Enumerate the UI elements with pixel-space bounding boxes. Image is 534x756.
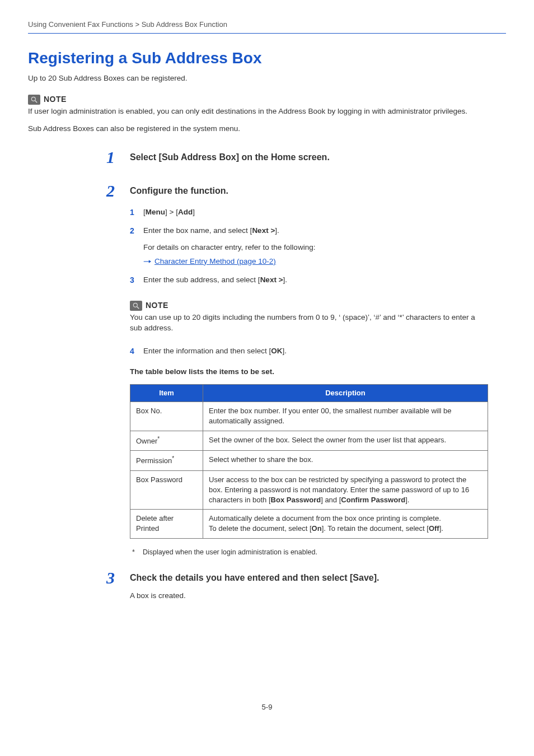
footnote-text: Displayed when the user login administra… bbox=[143, 548, 317, 558]
substep-2-num: 2 bbox=[130, 226, 138, 237]
breadcrumb: Using Convenient Fax Functions > Sub Add… bbox=[28, 20, 506, 32]
step-1-number: 1 bbox=[106, 149, 121, 166]
step-2-body: 1 [Menu] > [Add] 2 Enter the box name, a… bbox=[130, 207, 506, 557]
table-row: Box No. Enter the box number. If you ent… bbox=[130, 402, 488, 431]
svg-line-1 bbox=[35, 101, 38, 103]
arrow-icon bbox=[143, 259, 151, 264]
t: Enter the information and then select [ bbox=[143, 347, 271, 355]
cell-desc: Enter the box number. If you enter 00, t… bbox=[203, 402, 488, 431]
t: Box Password bbox=[271, 496, 321, 504]
t: ] and [ bbox=[321, 496, 341, 504]
t: Enter the sub address, and select [ bbox=[143, 276, 260, 284]
step-1: 1 Select [Sub Address Box] on the Home s… bbox=[106, 151, 506, 166]
t: Off bbox=[429, 524, 439, 533]
substep-2-text: Enter the box name, and select [Next >]. bbox=[143, 226, 506, 237]
t: Next > bbox=[252, 226, 275, 235]
substep-2: 2 Enter the box name, and select [Next >… bbox=[130, 226, 506, 237]
t: ]. bbox=[405, 496, 409, 504]
substep-1: 1 [Menu] > [Add] bbox=[130, 207, 506, 218]
svg-line-5 bbox=[137, 307, 139, 309]
cell-desc: Select whether to share the box. bbox=[203, 451, 488, 471]
step-3-body: A box is created. bbox=[130, 591, 506, 601]
character-entry-link[interactable]: Character Entry Method (page 10-2) bbox=[154, 256, 276, 267]
t: ] bbox=[193, 208, 195, 216]
th-item: Item bbox=[130, 385, 203, 402]
t: OK bbox=[271, 347, 282, 355]
substep-1-num: 1 bbox=[130, 207, 138, 218]
page-title: Registering a Sub Address Box bbox=[28, 47, 506, 69]
note-icon bbox=[130, 301, 142, 311]
inner-note: NOTE You can use up to 20 digits includi… bbox=[130, 300, 506, 333]
substep-3: 3 Enter the sub address, and select [Nex… bbox=[130, 275, 506, 286]
note-label: NOTE bbox=[44, 94, 67, 105]
cell-desc: Automatically delete a document from the… bbox=[203, 510, 488, 538]
cell-item: Box No. bbox=[136, 407, 162, 415]
items-table: Item Description Box No. Enter the box n… bbox=[130, 384, 488, 539]
sup: * bbox=[172, 455, 174, 461]
substep-4-num: 4 bbox=[130, 346, 138, 357]
header-divider bbox=[28, 33, 506, 34]
step-3-number: 3 bbox=[106, 570, 121, 586]
t: ]. bbox=[439, 524, 443, 533]
t: ] > [ bbox=[165, 208, 178, 216]
sup: * bbox=[157, 436, 160, 442]
step-2: 2 Configure the function. bbox=[106, 185, 506, 199]
note-body-1b: Sub Address Boxes can also be registered… bbox=[28, 124, 506, 134]
cell-item: Permission bbox=[136, 456, 172, 465]
substep-3-text: Enter the sub address, and select [Next … bbox=[143, 275, 506, 286]
t: ]. bbox=[282, 347, 287, 355]
cell-desc: User access to the box can be restricted… bbox=[203, 470, 488, 510]
t: On bbox=[312, 524, 322, 533]
svg-point-4 bbox=[133, 303, 137, 307]
cell-item: Delete after Printed bbox=[136, 514, 174, 533]
intro-text: Up to 20 Sub Address Boxes can be regist… bbox=[28, 73, 506, 84]
svg-marker-3 bbox=[149, 260, 151, 263]
step-3: 3 Check the details you have entered and… bbox=[106, 572, 506, 586]
note-body-1a: If user login administration is enabled,… bbox=[28, 106, 506, 117]
substep-2-detail: For details on character entry, refer to… bbox=[143, 242, 506, 253]
substep-4-text: Enter the information and then select [O… bbox=[143, 346, 506, 357]
step-3-title: Check the details you have entered and t… bbox=[130, 572, 379, 584]
step-2-number: 2 bbox=[106, 183, 121, 199]
table-row: Delete after Printed Automatically delet… bbox=[130, 510, 488, 538]
substep-1-text: [Menu] > [Add] bbox=[143, 207, 506, 218]
substep-3-num: 3 bbox=[130, 275, 138, 286]
table-caption: The table below lists the items to be se… bbox=[130, 367, 506, 377]
t: ]. bbox=[283, 276, 288, 284]
step-2-title: Configure the function. bbox=[130, 185, 228, 197]
footnote-star: * bbox=[132, 548, 135, 558]
cell-item: Owner bbox=[136, 437, 157, 445]
inner-note-label: NOTE bbox=[146, 300, 168, 311]
page-number: 5-9 bbox=[28, 702, 506, 712]
substep-4: 4 Enter the information and then select … bbox=[130, 346, 506, 357]
table-row: Box Password User access to the box can … bbox=[130, 470, 488, 510]
t: Add bbox=[178, 208, 193, 216]
t: Confirm Password bbox=[341, 496, 405, 504]
table-row: Permission* Select whether to share the … bbox=[130, 451, 488, 471]
t: Next > bbox=[260, 276, 283, 284]
table-footnote: * Displayed when the user login administ… bbox=[132, 548, 506, 558]
link-row: Character Entry Method (page 10-2) bbox=[143, 256, 506, 267]
t: ]. To retain the document, select [ bbox=[322, 524, 429, 533]
th-desc: Description bbox=[203, 385, 488, 402]
t: ]. bbox=[275, 226, 279, 235]
note-block-1: NOTE If user login administration is ena… bbox=[28, 94, 506, 134]
table-row: Owner* Set the owner of the box. Select … bbox=[130, 431, 488, 451]
step-1-title: Select [Sub Address Box] on the Home scr… bbox=[130, 151, 330, 164]
cell-item: Box Password bbox=[136, 475, 182, 484]
t: Menu bbox=[146, 208, 165, 216]
svg-point-0 bbox=[31, 97, 35, 101]
t: Enter the box name, and select [ bbox=[143, 226, 252, 235]
note-icon bbox=[28, 95, 40, 105]
inner-note-body: You can use up to 20 digits including th… bbox=[130, 312, 477, 334]
cell-desc: Set the owner of the box. Select the own… bbox=[203, 431, 488, 451]
